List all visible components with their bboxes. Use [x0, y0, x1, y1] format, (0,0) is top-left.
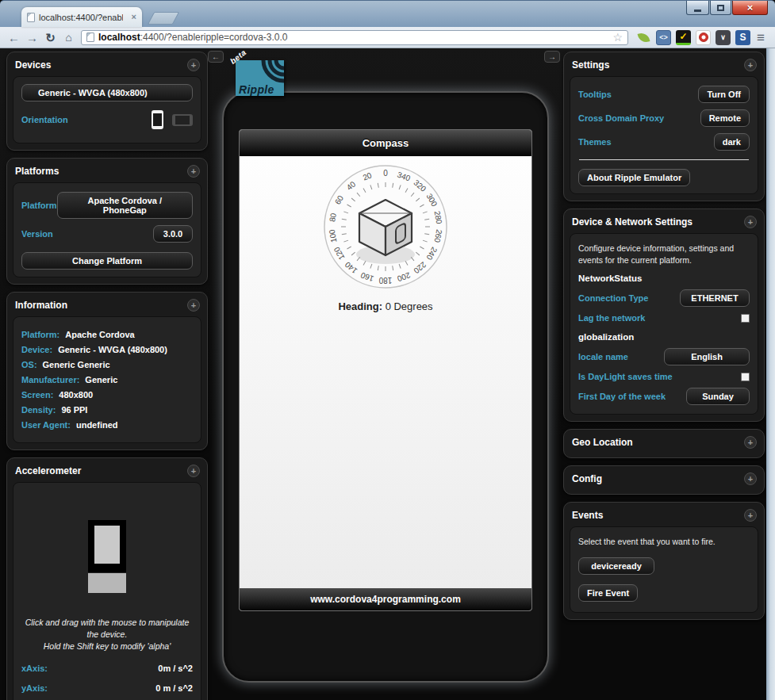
checker-extension-icon[interactable]: ✓	[676, 30, 691, 45]
about-ripple-button[interactable]: About Ripple Emulator	[578, 169, 690, 186]
scrollbar[interactable]	[766, 48, 775, 700]
s-extension-icon[interactable]: S	[735, 30, 750, 45]
change-platform-button[interactable]: Change Platform	[21, 252, 193, 270]
emulator-column: ← → beta Ripple Compass	[208, 48, 563, 700]
app-header: Compass	[240, 130, 531, 156]
url-page-icon	[86, 33, 94, 42]
drag-icon[interactable]: +	[187, 59, 200, 71]
drag-icon[interactable]: +	[744, 436, 757, 449]
tab-close-icon[interactable]: ×	[132, 13, 136, 21]
platforms-panel: Platforms + Platform Apache Cordova / Ph…	[6, 158, 208, 285]
globalization-header: globalization	[578, 332, 750, 342]
close-button[interactable]: ×	[732, 1, 768, 15]
minimize-button[interactable]	[686, 1, 709, 15]
leaf-extension-icon[interactable]	[636, 30, 651, 45]
svg-text:180: 180	[378, 276, 392, 285]
geo-location-panel-header[interactable]: Geo Location +	[570, 434, 758, 451]
lag-network-checkbox[interactable]	[741, 314, 750, 323]
accelerometer-title: Accelerometer	[15, 465, 81, 476]
first-day-label: First Day of the week	[578, 392, 666, 401]
info-row: Screen:480x800	[21, 390, 193, 400]
settings-panel-header[interactable]: Settings +	[570, 56, 758, 76]
tooltips-toggle-button[interactable]: Turn Off	[698, 86, 750, 103]
device-network-panel-header[interactable]: Device & Network Settings +	[570, 213, 758, 233]
drag-icon[interactable]: +	[187, 165, 200, 178]
device-select[interactable]: Generic - WVGA (480x800)	[21, 84, 193, 101]
url-path: :4400/?enableripple=cordova-3.0.0	[140, 32, 288, 43]
maximize-icon	[717, 5, 724, 11]
pdf-extension-icon[interactable]	[696, 30, 711, 45]
home-icon[interactable]: ⌂	[59, 32, 78, 43]
fire-event-button[interactable]: Fire Event	[578, 584, 638, 602]
devices-panel: Devices + Generic - WVGA (480x800) Orien…	[6, 52, 208, 151]
compass-dial: 0204060801001201401601802002202402602803…	[322, 163, 449, 290]
device-network-panel: Device & Network Settings + Configure de…	[563, 208, 765, 422]
browser-window: × localhost:4400/?enablerip × ← → ↻ ⌂ lo…	[0, 0, 775, 700]
menu-icon[interactable]: ≡	[757, 31, 765, 44]
locale-select[interactable]: English	[664, 348, 750, 365]
device-screen: Compass	[239, 129, 532, 611]
drag-icon[interactable]: +	[744, 509, 757, 522]
settings-panel: Settings + Tooltips Turn Off Cross Domai…	[563, 52, 765, 201]
platforms-panel-header[interactable]: Platforms +	[13, 163, 201, 182]
new-tab-button[interactable]	[148, 12, 180, 25]
page-icon	[27, 13, 35, 22]
left-panel-column: Devices + Generic - WVGA (480x800) Orien…	[0, 48, 208, 700]
browser-tab[interactable]: localhost:4400/?enablerip ×	[21, 7, 142, 27]
accelerometer-device-figure[interactable]	[88, 520, 126, 593]
info-row: OS:Generic Generic	[21, 360, 193, 369]
drag-icon[interactable]: +	[744, 59, 757, 71]
right-panel-column: Settings + Tooltips Turn Off Cross Domai…	[563, 48, 766, 700]
version-label: Version	[21, 229, 53, 239]
landscape-icon[interactable]	[172, 114, 193, 126]
minimize-icon	[694, 10, 701, 12]
devices-panel-header[interactable]: Devices +	[13, 56, 201, 76]
proxy-button[interactable]: Remote	[700, 109, 750, 127]
events-panel: Events + Select the event that you want …	[563, 502, 765, 620]
url-bar[interactable]: localhost :4400/?enableripple=cordova-3.…	[81, 30, 628, 45]
theme-select[interactable]: dark	[714, 133, 750, 151]
drag-icon[interactable]: +	[744, 472, 757, 485]
info-row: Density:96 PPI	[21, 405, 193, 415]
event-select[interactable]: deviceready	[578, 557, 654, 575]
info-row: User Agent:undefined	[21, 420, 193, 430]
reload-icon[interactable]: ↻	[41, 32, 59, 44]
config-panel-header[interactable]: Config +	[570, 470, 758, 488]
platform-select[interactable]: Apache Cordova / PhoneGap	[57, 192, 193, 219]
ripple-page: Devices + Generic - WVGA (480x800) Orien…	[0, 48, 775, 700]
events-panel-header[interactable]: Events +	[570, 507, 758, 526]
code-extension-icon[interactable]: <>	[656, 30, 671, 45]
accelerometer-panel-header[interactable]: Accelerometer +	[13, 462, 201, 482]
bookmark-star-icon[interactable]: ☆	[613, 32, 623, 43]
drag-icon[interactable]: +	[187, 299, 200, 312]
version-select[interactable]: 3.0.0	[153, 225, 193, 243]
maximize-button[interactable]	[710, 1, 731, 15]
devices-title: Devices	[15, 59, 51, 71]
events-title: Events	[572, 510, 603, 521]
device-network-description: Configure device information, settings a…	[578, 243, 750, 266]
daylight-savings-checkbox[interactable]	[741, 373, 750, 381]
locale-name-label: locale name	[578, 352, 628, 361]
accelerometer-hint: Click and drag with the mouse to manipul…	[23, 617, 191, 653]
accelerometer-device-screen	[94, 526, 120, 564]
platforms-title: Platforms	[15, 166, 59, 177]
forward-icon[interactable]: →	[23, 32, 41, 44]
accelerometer-device-base	[88, 573, 126, 593]
back-icon[interactable]: ←	[5, 32, 23, 44]
drag-icon[interactable]: +	[187, 465, 200, 477]
accel-row: xAxis:0m / s^2	[21, 664, 193, 673]
drag-icon[interactable]: +	[744, 216, 757, 228]
leaf-icon	[638, 31, 650, 44]
themes-label: Themes	[578, 137, 612, 147]
connection-type-select[interactable]: ETHERNET	[680, 289, 750, 307]
pdf-icon	[699, 33, 708, 42]
pocket-extension-icon[interactable]: ∨	[716, 30, 731, 45]
close-icon: ×	[747, 2, 754, 13]
orientation-label: Orientation	[21, 115, 68, 124]
collapse-right-panel-button[interactable]: →	[544, 51, 560, 63]
information-panel-header[interactable]: Information +	[13, 296, 201, 316]
first-day-select[interactable]: Sunday	[686, 388, 750, 405]
portrait-icon[interactable]	[152, 110, 163, 129]
divider	[579, 159, 749, 160]
collapse-left-panel-button[interactable]: ←	[208, 51, 224, 63]
